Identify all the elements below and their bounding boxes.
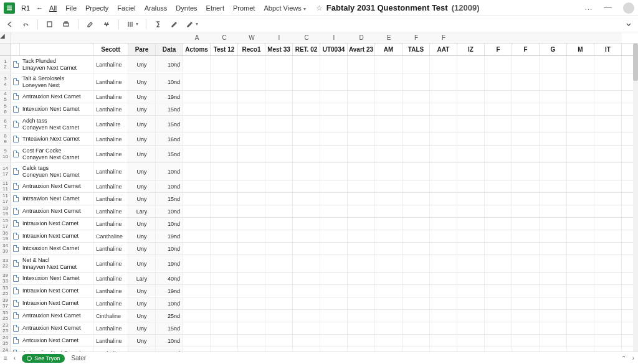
- cell-empty[interactable]: [430, 56, 457, 73]
- cell-data[interactable]: 40nd: [156, 273, 183, 284]
- cell-empty[interactable]: [265, 273, 293, 284]
- cell-empty[interactable]: [238, 255, 265, 272]
- cell-empty[interactable]: [540, 322, 567, 334]
- cell-empty[interactable]: [567, 230, 594, 242]
- row-doc-icon[interactable]: [11, 243, 20, 254]
- cell-name[interactable]: Intrauxion Next Carnet: [20, 297, 93, 309]
- cell-empty[interactable]: [183, 73, 211, 90]
- cell-empty[interactable]: [265, 73, 293, 90]
- cell-empty[interactable]: [430, 230, 457, 242]
- cell-empty[interactable]: [348, 243, 375, 254]
- cell-empty[interactable]: [293, 205, 320, 217]
- columns-dropdown[interactable]: ▾: [126, 21, 138, 28]
- cell-empty[interactable]: [183, 218, 211, 230]
- header-col[interactable]: AM: [375, 44, 402, 55]
- cell-secott[interactable]: Lanthaline: [93, 205, 128, 217]
- cell-empty[interactable]: [375, 133, 402, 145]
- cell-empty[interactable]: [348, 230, 375, 242]
- cell-name[interactable]: Intrsawion Next Carnet: [20, 193, 93, 205]
- cell-empty[interactable]: [183, 322, 211, 334]
- cell-empty[interactable]: [375, 230, 402, 242]
- cell-data[interactable]: 19nd: [156, 255, 183, 272]
- cell-empty[interactable]: [485, 180, 512, 192]
- cell-empty[interactable]: [265, 116, 293, 133]
- cell-empty[interactable]: [567, 297, 594, 309]
- cell-secott[interactable]: Lanthaline: [93, 56, 128, 73]
- cell-empty[interactable]: [265, 218, 293, 230]
- cell-empty[interactable]: [183, 193, 211, 205]
- cell-empty[interactable]: [265, 56, 293, 73]
- col-letter[interactable]: C: [211, 32, 238, 43]
- col-letter[interactable]: A: [183, 32, 211, 43]
- cell-empty[interactable]: [402, 163, 430, 180]
- header-col[interactable]: Test 12: [211, 44, 238, 55]
- col-letter[interactable]: E: [375, 32, 402, 43]
- header-name[interactable]: [20, 44, 93, 55]
- cell-pare[interactable]: Uny: [128, 255, 156, 272]
- cell-empty[interactable]: [540, 146, 567, 162]
- cell-empty[interactable]: [485, 255, 512, 272]
- cell-empty[interactable]: [430, 146, 457, 162]
- cell-empty[interactable]: [320, 255, 348, 272]
- row-number[interactable]: 2435: [0, 335, 11, 347]
- back-arrow-icon[interactable]: [5, 20, 14, 29]
- cell-empty[interactable]: [430, 273, 457, 284]
- col-letter[interactable]: [128, 32, 156, 43]
- cell-empty[interactable]: [293, 218, 320, 230]
- cell-empty[interactable]: [594, 218, 622, 230]
- table-row[interactable]: 45Antrauxion Next CarnetLanthalineUny19n…: [0, 91, 638, 103]
- cell-empty[interactable]: [183, 230, 211, 242]
- menu-promet[interactable]: Promet: [233, 4, 255, 12]
- star-icon[interactable]: ☆: [316, 4, 323, 12]
- cell-empty[interactable]: [594, 335, 622, 347]
- header-col[interactable]: M: [567, 44, 594, 55]
- cell-empty[interactable]: [320, 73, 348, 90]
- cell-empty[interactable]: [265, 285, 293, 297]
- cell-empty[interactable]: [485, 285, 512, 297]
- formula-icon[interactable]: [154, 20, 163, 29]
- row-number[interactable]: 45: [0, 91, 11, 103]
- row-number[interactable]: 89: [0, 133, 11, 145]
- cell-data[interactable]: 16nd: [156, 133, 183, 145]
- cell-secott[interactable]: Cinthaline: [93, 310, 128, 322]
- back-icon[interactable]: ←: [36, 4, 43, 12]
- header-col[interactable]: Actoms: [183, 44, 211, 55]
- cell-data[interactable]: 10nd: [156, 73, 183, 90]
- select-all-corner[interactable]: ◢: [0, 32, 11, 43]
- cell-empty[interactable]: [485, 91, 512, 103]
- cell-pare[interactable]: Uny: [128, 73, 156, 90]
- vertical-scrollbar[interactable]: [633, 44, 638, 352]
- cell-empty[interactable]: [265, 322, 293, 334]
- cell-empty[interactable]: [567, 180, 594, 192]
- cell-empty[interactable]: [265, 335, 293, 347]
- overflow-icon[interactable]: …: [584, 2, 593, 14]
- cell-data[interactable]: 15nd: [156, 193, 183, 205]
- cell-empty[interactable]: [594, 91, 622, 103]
- cell-data[interactable]: 19nd: [156, 285, 183, 297]
- row-number[interactable]: 3525: [0, 310, 11, 322]
- cell-empty[interactable]: [375, 218, 402, 230]
- cell-empty[interactable]: [402, 285, 430, 297]
- cell-empty[interactable]: [402, 205, 430, 217]
- cell-empty[interactable]: [348, 322, 375, 334]
- cell-name[interactable]: Talt & SeroloselsLoneyven Next: [20, 73, 93, 90]
- cell-empty[interactable]: [512, 133, 540, 145]
- cell-empty[interactable]: [265, 230, 293, 242]
- cell-name[interactable]: Net & NaclInnayven Next Carnet: [20, 255, 93, 272]
- cell-empty[interactable]: [320, 297, 348, 309]
- cell-empty[interactable]: [430, 91, 457, 103]
- cell-empty[interactable]: [348, 255, 375, 272]
- cell-empty[interactable]: [512, 273, 540, 284]
- cell-pare[interactable]: Uny: [128, 91, 156, 103]
- cell-empty[interactable]: [594, 285, 622, 297]
- cell-empty[interactable]: [183, 91, 211, 103]
- cell-secott[interactable]: Lanthaline: [93, 255, 128, 272]
- cell-empty[interactable]: [485, 243, 512, 254]
- cell-empty[interactable]: [457, 255, 485, 272]
- cell-empty[interactable]: [512, 180, 540, 192]
- cell-empty[interactable]: [211, 180, 238, 192]
- cell-name[interactable]: Cost Far CockeConayven Next Carnet: [20, 146, 93, 162]
- cell-empty[interactable]: [402, 180, 430, 192]
- cell-empty[interactable]: [348, 146, 375, 162]
- cell-empty[interactable]: [265, 163, 293, 180]
